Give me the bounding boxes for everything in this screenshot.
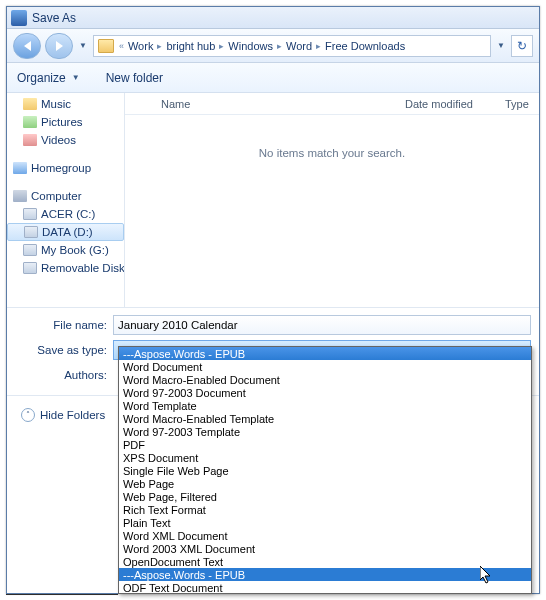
sidebar-item-drive-c[interactable]: ACER (C:) <box>7 205 124 223</box>
sidebar-item-videos[interactable]: Videos <box>7 131 124 149</box>
crumb-word[interactable]: Word <box>283 40 315 52</box>
dropdown-option[interactable]: Rich Text Format <box>119 503 531 516</box>
refresh-button[interactable]: ↻ <box>511 35 533 57</box>
filename-label: File name: <box>7 319 113 331</box>
dropdown-option[interactable]: Word Document <box>119 360 531 373</box>
sidebar-item-computer[interactable]: Computer <box>7 187 124 205</box>
dropdown-option[interactable]: Word 97-2003 Template <box>119 425 531 438</box>
history-dropdown-icon[interactable]: ▼ <box>77 41 89 50</box>
empty-message: No items match your search. <box>125 147 539 159</box>
sidebar-item-pictures[interactable]: Pictures <box>7 113 124 131</box>
authors-label: Authors: <box>7 369 113 381</box>
chevron-up-icon: ˄ <box>21 408 35 422</box>
sidebar-item-drive-d[interactable]: DATA (D:) <box>7 223 124 241</box>
filename-input[interactable] <box>113 315 531 335</box>
music-icon <box>23 98 37 110</box>
breadcrumb[interactable]: « Work▸ bright hub▸ Windows▸ Word▸ Free … <box>93 35 491 57</box>
dropdown-option[interactable]: Web Page <box>119 477 531 490</box>
sidebar-item-drive-g[interactable]: My Book (G:) <box>7 241 124 259</box>
col-name[interactable]: Name <box>125 98 397 110</box>
dropdown-option[interactable]: Plain Text <box>119 516 531 529</box>
arrow-right-icon <box>56 41 63 51</box>
file-list[interactable]: Name Date modified Type No items match y… <box>125 93 539 307</box>
dropdown-option[interactable]: Word Macro-Enabled Document <box>119 373 531 386</box>
folder-tree[interactable]: Music Pictures Videos Homegroup Computer… <box>7 93 125 307</box>
dropdown-option[interactable]: OpenDocument Text <box>119 555 531 568</box>
dropdown-option[interactable]: ---Aspose.Words - EPUB <box>119 568 531 581</box>
dropdown-option[interactable]: Single File Web Page <box>119 464 531 477</box>
drive-icon <box>23 208 37 220</box>
dropdown-option[interactable]: ---Aspose.Words - EPUB <box>119 347 531 360</box>
drive-icon <box>23 244 37 256</box>
homegroup-icon <box>13 162 27 174</box>
refresh-icon: ↻ <box>517 39 527 53</box>
sidebar-item-music[interactable]: Music <box>7 95 124 113</box>
col-type[interactable]: Type <box>497 98 539 110</box>
content-area: Music Pictures Videos Homegroup Computer… <box>7 93 539 307</box>
organize-button[interactable]: Organize▼ <box>17 71 82 85</box>
drive-icon <box>24 226 38 238</box>
dropdown-option[interactable]: Word XML Document <box>119 529 531 542</box>
back-button[interactable] <box>13 33 41 59</box>
dropdown-option[interactable]: Word 2003 XML Document <box>119 542 531 555</box>
mouse-cursor <box>480 566 494 584</box>
new-folder-button[interactable]: New folder <box>106 71 163 85</box>
app-icon <box>11 10 27 26</box>
sidebar-item-removable[interactable]: Removable Disk ( <box>7 259 124 277</box>
navigation-bar: ▼ « Work▸ bright hub▸ Windows▸ Word▸ Fre… <box>7 29 539 63</box>
dropdown-option[interactable]: ODF Text Document <box>119 581 531 594</box>
forward-button[interactable] <box>45 33 73 59</box>
chevron-down-icon: ▼ <box>70 73 82 82</box>
dropdown-option[interactable]: XPS Document <box>119 451 531 464</box>
dropdown-option[interactable]: PDF <box>119 438 531 451</box>
arrow-left-icon <box>24 41 31 51</box>
titlebar[interactable]: Save As <box>7 7 539 29</box>
col-date[interactable]: Date modified <box>397 98 497 110</box>
crumb-brighthub[interactable]: bright hub <box>163 40 218 52</box>
computer-icon <box>13 190 27 202</box>
crumb-free-downloads[interactable]: Free Downloads <box>322 40 408 52</box>
pictures-icon <box>23 116 37 128</box>
hide-folders-button[interactable]: ˄ Hide Folders <box>21 408 105 422</box>
dropdown-option[interactable]: Word 97-2003 Document <box>119 386 531 399</box>
videos-icon <box>23 134 37 146</box>
dropdown-option[interactable]: Word Macro-Enabled Template <box>119 412 531 425</box>
dropdown-option[interactable]: Word Template <box>119 399 531 412</box>
dropdown-option[interactable]: Web Page, Filtered <box>119 490 531 503</box>
drive-icon <box>23 262 37 274</box>
folder-icon <box>98 39 114 53</box>
savetype-dropdown[interactable]: ---Aspose.Words - EPUBWord DocumentWord … <box>118 346 532 594</box>
savetype-label: Save as type: <box>7 344 113 356</box>
sidebar-item-homegroup[interactable]: Homegroup <box>7 159 124 177</box>
toolbar: Organize▼ New folder <box>7 63 539 93</box>
crumb-windows[interactable]: Windows <box>225 40 276 52</box>
crumb-work[interactable]: Work <box>125 40 156 52</box>
path-dropdown-icon[interactable]: ▼ <box>495 41 507 50</box>
window-title: Save As <box>32 11 76 25</box>
column-headers[interactable]: Name Date modified Type <box>125 93 539 115</box>
